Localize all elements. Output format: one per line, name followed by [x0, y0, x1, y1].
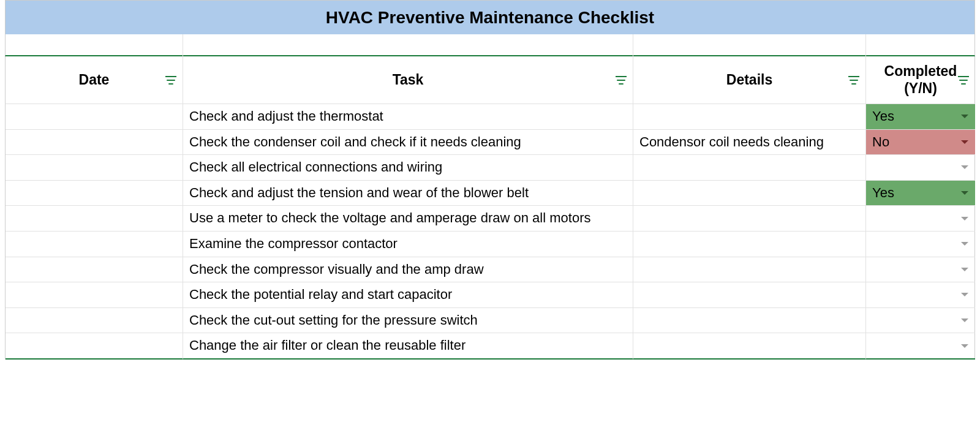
cell-task[interactable]: Check the condenser coil and check if it… [183, 130, 633, 156]
cell-completed[interactable] [866, 257, 975, 283]
cell-task[interactable]: Check the potential relay and start capa… [183, 282, 633, 308]
chevron-down-icon[interactable] [960, 190, 969, 196]
filter-icon[interactable] [165, 76, 176, 85]
header-task[interactable]: Task [183, 56, 633, 104]
cell-task[interactable]: Check the compressor visually and the am… [183, 257, 633, 283]
cell-completed[interactable] [866, 333, 975, 360]
cell-date[interactable] [6, 181, 183, 206]
cell-date[interactable] [6, 155, 183, 181]
header-date[interactable]: Date [6, 56, 183, 104]
header-date-label: Date [12, 72, 176, 89]
filter-icon[interactable] [616, 76, 627, 85]
cell-completed[interactable] [866, 206, 975, 232]
chevron-down-icon[interactable] [960, 317, 969, 323]
cell-details[interactable] [633, 282, 866, 308]
cell-task[interactable]: Check and adjust the thermostat [183, 104, 633, 130]
table-row: Change the air filter or clean the reusa… [5, 333, 975, 360]
chevron-down-icon[interactable] [960, 216, 969, 222]
table-row: Check all electrical connections and wir… [5, 155, 975, 181]
spacer-row [5, 34, 975, 56]
chevron-down-icon[interactable] [960, 139, 969, 145]
cell-task[interactable]: Check and adjust the tension and wear of… [183, 181, 633, 206]
completed-value: Yes [872, 108, 969, 126]
cell-details[interactable] [633, 257, 866, 283]
chevron-down-icon[interactable] [960, 241, 969, 247]
cell-task[interactable]: Change the air filter or clean the reusa… [183, 333, 633, 360]
cell-details[interactable]: Condensor coil needs cleaning [633, 130, 866, 156]
cell-completed[interactable]: Yes [866, 104, 975, 130]
table-row: Check the cut-out setting for the pressu… [5, 308, 975, 334]
cell-details[interactable] [633, 232, 866, 257]
cell-date[interactable] [6, 282, 183, 308]
cell-date[interactable] [6, 333, 183, 360]
cell-completed[interactable] [866, 308, 975, 334]
cell-completed[interactable] [866, 282, 975, 308]
cell-task[interactable]: Use a meter to check the voltage and amp… [183, 206, 633, 232]
cell-date[interactable] [6, 104, 183, 130]
cell-completed[interactable] [866, 232, 975, 257]
completed-value: No [872, 134, 969, 151]
chevron-down-icon[interactable] [960, 292, 969, 298]
filter-icon[interactable] [848, 76, 859, 85]
header-row: Date Task Details Completed (Y/N) [5, 56, 975, 104]
cell-task[interactable]: Check the cut-out setting for the pressu… [183, 308, 633, 334]
cell-completed[interactable]: No [866, 130, 975, 156]
chevron-down-icon[interactable] [960, 343, 969, 349]
table-row: Use a meter to check the voltage and amp… [5, 206, 975, 232]
cell-details[interactable] [633, 104, 866, 130]
sheet-title: HVAC Preventive Maintenance Checklist [326, 8, 654, 28]
cell-details[interactable] [633, 333, 866, 360]
spreadsheet-grid: HVAC Preventive Maintenance Checklist Da… [5, 0, 975, 360]
header-completed[interactable]: Completed (Y/N) [866, 56, 975, 104]
table-row: Check and adjust the tension and wear of… [5, 181, 975, 206]
header-completed-label: Completed (Y/N) [872, 63, 969, 97]
cell-details[interactable] [633, 308, 866, 334]
cell-completed[interactable] [866, 155, 975, 181]
cell-task[interactable]: Examine the compressor contactor [183, 232, 633, 257]
cell-date[interactable] [6, 130, 183, 156]
filter-icon[interactable] [958, 76, 969, 85]
header-details-label: Details [639, 72, 859, 89]
cell-task[interactable]: Check all electrical connections and wir… [183, 155, 633, 181]
table-row: Check and adjust the thermostatYes [5, 104, 975, 130]
chevron-down-icon[interactable] [960, 164, 969, 170]
table-row: Examine the compressor contactor [5, 232, 975, 257]
chevron-down-icon[interactable] [960, 266, 969, 273]
completed-value: Yes [872, 184, 969, 202]
cell-details[interactable] [633, 181, 866, 206]
table-row: Check the condenser coil and check if it… [5, 130, 975, 156]
header-task-label: Task [189, 72, 627, 89]
chevron-down-icon[interactable] [960, 113, 969, 119]
table-body: Check and adjust the thermostatYesCheck … [5, 104, 975, 360]
cell-details[interactable] [633, 155, 866, 181]
cell-date[interactable] [6, 257, 183, 283]
cell-completed[interactable]: Yes [866, 181, 975, 206]
table-row: Check the compressor visually and the am… [5, 257, 975, 283]
sheet-title-cell[interactable]: HVAC Preventive Maintenance Checklist [5, 0, 975, 34]
header-details[interactable]: Details [633, 56, 866, 104]
cell-date[interactable] [6, 232, 183, 257]
cell-details[interactable] [633, 206, 866, 232]
table-row: Check the potential relay and start capa… [5, 282, 975, 308]
cell-date[interactable] [6, 206, 183, 232]
cell-date[interactable] [6, 308, 183, 334]
